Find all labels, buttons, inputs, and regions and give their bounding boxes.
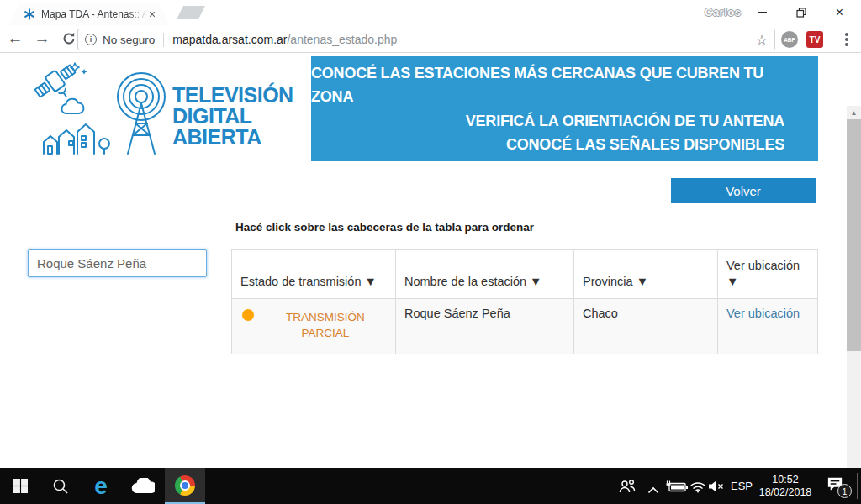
- header-estado[interactable]: Estado de transmisión ▼: [232, 250, 396, 299]
- chevron-up-icon: [647, 486, 659, 494]
- battery-charging-icon: [666, 480, 689, 493]
- station-search-input[interactable]: [28, 249, 207, 277]
- banner-line-2: VERIFICÁ LA ORIENTIACIÓN DE TU ANTENA: [466, 109, 784, 134]
- ver-ubicacion-link[interactable]: Ver ubicación: [726, 307, 800, 320]
- scroll-up-icon[interactable]: ▲: [847, 106, 861, 119]
- search-icon: [52, 478, 69, 495]
- clock-time: 10:52: [755, 474, 816, 486]
- taskbar-people-button[interactable]: [617, 468, 639, 504]
- cloud-icon: [131, 478, 155, 494]
- volver-button[interactable]: Volver: [671, 178, 816, 203]
- tray-expand-button[interactable]: [647, 468, 664, 504]
- speaker-muted-icon: [708, 480, 725, 492]
- minimize-icon: [758, 12, 767, 13]
- close-icon: ×: [836, 6, 843, 19]
- volume-tray-icon[interactable]: [708, 468, 726, 504]
- url-separator: [163, 33, 164, 47]
- table-header-row: Estado de transmisión ▼ Nombre de la est…: [232, 250, 818, 299]
- header-ver-ubicacion[interactable]: Ver ubicación ▼: [718, 250, 818, 299]
- browser-tabstrip: Mapa TDA - Antenas:: AR × Carlos ×: [0, 0, 861, 25]
- windows-logo-icon: [13, 479, 28, 493]
- taskbar-edge-button[interactable]: e: [81, 468, 121, 504]
- hero-banner: CONOCÉ LAS ESTACIONES MÁS CERCANAS QUE C…: [311, 56, 818, 161]
- page-scrollbar[interactable]: ▲ ▼: [847, 106, 861, 504]
- cell-provincia: Chaco: [574, 299, 718, 354]
- scrollbar-thumb[interactable]: [847, 119, 861, 351]
- tab-close-icon[interactable]: ×: [149, 8, 156, 20]
- status-dot-icon: [242, 309, 254, 321]
- taskbar-chrome-button[interactable]: [165, 468, 205, 504]
- window-close-button[interactable]: ×: [821, 0, 858, 25]
- forward-icon: →: [34, 29, 50, 48]
- tda-logo-illustration: [34, 60, 177, 159]
- status-text: TRANSMISIÓN PARCIAL: [264, 307, 387, 341]
- cell-estacion: Roque Sáenz Peña: [396, 299, 574, 354]
- logo-line-1: TELEVISIÓN: [172, 85, 293, 106]
- logo-line-2: DIGITAL: [172, 106, 293, 127]
- browser-tab[interactable]: Mapa TDA - Antenas:: AR ×: [8, 3, 170, 25]
- restore-icon: [796, 8, 806, 18]
- security-label: No seguro: [103, 34, 155, 46]
- clock-date: 18/02/2018: [755, 486, 816, 499]
- back-button[interactable]: ←: [3, 27, 27, 50]
- tda-logo-wordmark: TELEVISIÓN DIGITAL ABIERTA: [172, 85, 293, 148]
- wifi-icon: [689, 480, 706, 493]
- forward-button[interactable]: →: [30, 27, 54, 50]
- show-desktop-divider[interactable]: [857, 473, 858, 499]
- stations-table: Estado de transmisión ▼ Nombre de la est…: [231, 249, 818, 354]
- taskbar-cloud-app-button[interactable]: [123, 468, 163, 504]
- sort-hint-text: Hacé click sobre las cabeceras de la tab…: [235, 221, 534, 234]
- window-minimize-button[interactable]: [743, 0, 781, 25]
- language-indicator[interactable]: ESP: [726, 468, 757, 504]
- new-tab-button[interactable]: [177, 6, 205, 19]
- people-icon: [617, 479, 637, 494]
- wifi-tray-icon[interactable]: [689, 468, 708, 504]
- edge-icon: e: [94, 475, 108, 498]
- chrome-icon: [175, 475, 195, 496]
- table-row: TRANSMISIÓN PARCIAL Roque Sáenz Peña Cha…: [232, 299, 818, 354]
- browser-toolbar: ← → i No seguro mapatda.arsat.com.ar /an…: [0, 25, 861, 53]
- extension-tv-icon[interactable]: TV: [806, 31, 823, 48]
- start-button[interactable]: [0, 468, 40, 504]
- reload-icon: [61, 31, 77, 46]
- url-path: /antenas_estado.php: [287, 33, 397, 46]
- url-domain: mapatda.arsat.com.ar: [172, 33, 287, 46]
- cell-estado: TRANSMISIÓN PARCIAL: [232, 299, 396, 354]
- tab-title: Mapa TDA - Antenas:: AR: [41, 8, 147, 20]
- battery-tray-icon[interactable]: [666, 468, 689, 504]
- window-restore-button[interactable]: [782, 0, 820, 25]
- address-bar[interactable]: i No seguro mapatda.arsat.com.ar /antena…: [77, 29, 775, 50]
- browser-profile-name[interactable]: Carlos: [705, 6, 741, 18]
- banner-line-3: CONOCÉ LAS SEÑALES DISPONIBLES: [506, 133, 784, 157]
- site-favicon-icon: [24, 8, 35, 20]
- page-content: TELEVISIÓN DIGITAL ABIERTA CONOCÉ LAS ES…: [0, 53, 847, 468]
- header-nombre[interactable]: Nombre de la estación ▼: [396, 250, 574, 299]
- back-icon: ←: [8, 29, 24, 48]
- screen: Mapa TDA - Antenas:: AR × Carlos × ← → i…: [0, 0, 861, 504]
- browser-menu-icon[interactable]: [838, 29, 855, 50]
- taskbar-clock[interactable]: 10:52 18/02/2018: [755, 468, 816, 504]
- logo-line-3: ABIERTA: [172, 127, 293, 148]
- page-info-icon[interactable]: i: [85, 34, 97, 45]
- cell-ubicacion: Ver ubicación: [718, 299, 818, 354]
- taskbar-search-button[interactable]: [40, 468, 81, 504]
- banner-line-1: CONOCÉ LAS ESTACIONES MÁS CERCANAS QUE C…: [311, 61, 784, 109]
- windows-taskbar: e: [0, 468, 861, 504]
- bookmark-star-icon[interactable]: ☆: [756, 32, 768, 48]
- extension-adblock-icon[interactable]: ABP: [781, 31, 798, 48]
- notification-count-badge: 1: [837, 484, 852, 498]
- header-provincia[interactable]: Provincia ▼: [574, 250, 718, 299]
